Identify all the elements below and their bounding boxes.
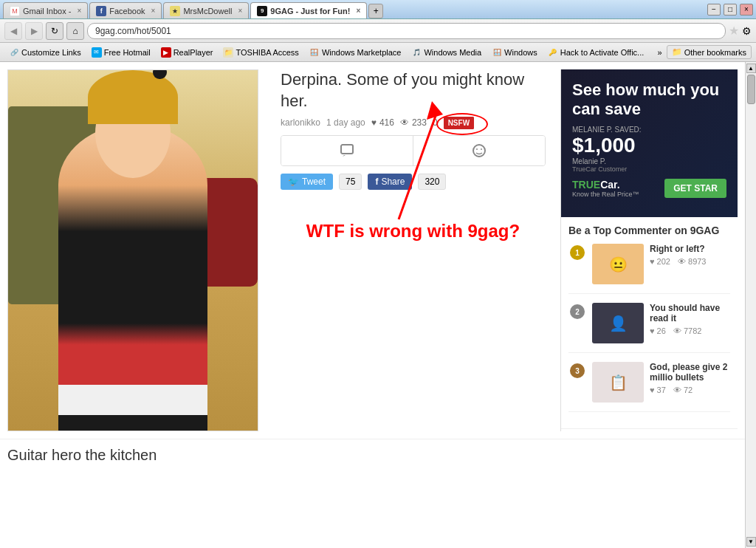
guitar-hero-title: Guitar hero the kitchen — [7, 447, 738, 464]
maximize-button[interactable]: □ — [724, 4, 737, 16]
folder-icon: 📁 — [672, 47, 682, 57]
rank-badge-1: 1 — [568, 244, 586, 273]
ad-customer-name: Melanie P. — [572, 157, 726, 165]
bookmark-star-button[interactable]: ★ — [729, 24, 739, 38]
bookmark-windows[interactable]: 🪟 Windows — [487, 46, 542, 59]
post-image-container — [7, 69, 266, 431]
tab-gmail-close[interactable]: × — [77, 7, 81, 15]
tab-gmail[interactable]: M Gmail Inbox - × — [3, 2, 88, 18]
comment-stats-2: ♥ 26 👁 7782 — [650, 326, 730, 335]
truecar-label: TRUECar. — [572, 179, 620, 191]
facebook-tab-icon: f — [96, 6, 106, 16]
views-icon-3: 👁 — [673, 386, 681, 394]
rank-number-2: 2 — [570, 304, 585, 319]
address-text: 9gag.com/hot/5001 — [95, 26, 718, 36]
upvote-icon-2: ♥ — [650, 326, 655, 335]
bookmark-windows-media-label: Windows Media — [424, 48, 481, 57]
ad-banner[interactable]: See how much you can save MELANIE P. SAV… — [561, 69, 738, 217]
comment-thumb-3: 📋 — [592, 362, 644, 403]
tab-9gag-close[interactable]: × — [356, 7, 360, 15]
hotmail-icon: ✉ — [92, 47, 102, 58]
top-commenter-title: Be a Top Commenter on 9GAG — [568, 225, 730, 236]
mrsmcdowell-tab-icon: ★ — [170, 6, 180, 16]
windows-marketplace-icon: 🪟 — [309, 47, 320, 58]
content-area: Derpina. Some of you might know her. kar… — [0, 62, 745, 548]
new-tab-button[interactable]: + — [368, 4, 383, 18]
comment-title-1: Right or left? — [650, 244, 730, 254]
tab-mrsmcdowell[interactable]: ★ MrsMcDowell × — [163, 2, 249, 18]
bookmark-windows-marketplace[interactable]: 🪟 Windows Marketplace — [305, 46, 406, 59]
minimize-button[interactable]: − — [707, 4, 721, 16]
bookmark-windows-media[interactable]: 🎵 Windows Media — [407, 46, 486, 59]
bookmark-hack-label: Hack to Activate Offic... — [560, 48, 645, 57]
scroll-down-button[interactable]: ▼ — [746, 537, 756, 547]
back-button[interactable]: ◀ — [4, 22, 22, 40]
rank-badge-2: 2 — [568, 303, 586, 332]
tab-mrsmcdowell-label: MrsMcDowell — [183, 7, 232, 16]
scrollbar[interactable]: ▲ ▼ — [745, 62, 756, 548]
tab-mrsmcdowell-close[interactable]: × — [238, 7, 242, 15]
rank-number-3: 3 — [570, 363, 585, 378]
tab-9gag[interactable]: 9 9GAG - Just for Fun! × — [250, 2, 367, 18]
home-button[interactable]: ⌂ — [66, 22, 84, 40]
tab-facebook-close[interactable]: × — [151, 7, 156, 15]
ad-footer: TRUECar. Know the Real Price™ GET STAR — [572, 179, 726, 198]
windows-icon: 🪟 — [492, 47, 502, 58]
get-started-button[interactable]: GET STAR — [664, 179, 726, 198]
comment-title-2: You should have read it — [650, 303, 730, 323]
bookmark-hotmail[interactable]: ✉ Free Hotmail — [87, 46, 155, 59]
ad-headline: See how much you can save — [572, 81, 726, 120]
tab-facebook[interactable]: f Facebook × — [89, 2, 162, 18]
main-area: Derpina. Some of you might know her. kar… — [0, 62, 756, 548]
bookmark-hotmail-label: Free Hotmail — [104, 48, 151, 57]
bookmark-hack[interactable]: 🔑 Hack to Activate Offic... — [543, 46, 649, 59]
bookmark-windows-label: Windows — [504, 48, 537, 57]
address-bar[interactable]: 9gag.com/hot/5001 — [87, 23, 726, 39]
ad-customer-label: MELANIE P. SAVED: — [572, 126, 726, 134]
close-button[interactable]: × — [740, 4, 753, 16]
post-image — [7, 69, 258, 431]
scroll-thumb[interactable] — [747, 75, 755, 104]
reload-button[interactable]: ↻ — [46, 22, 63, 40]
sidebar: See how much you can save MELANIE P. SAV… — [560, 69, 738, 431]
arrow-annotation — [340, 86, 487, 234]
bookmark-realplayer[interactable]: ▶ RealPlayer — [157, 46, 218, 59]
comment-item-3[interactable]: 3 📋 God, please give 2 millio bullets ♥ … — [568, 362, 730, 412]
comment-upvotes-3: ♥ 37 — [650, 386, 666, 394]
hack-icon: 🔑 — [548, 47, 558, 58]
bookmark-realplayer-label: RealPlayer — [173, 48, 213, 57]
upvote-icon-3: ♥ — [650, 386, 655, 394]
other-bookmarks-label: Other bookmarks — [684, 48, 746, 57]
tab-facebook-label: Facebook — [109, 7, 145, 16]
bookmark-toshiba-label: TOSHIBA Access — [236, 48, 298, 57]
truecar-tagline: Know the Real Price™ — [572, 191, 639, 198]
views-icon-1: 👁 — [678, 257, 686, 266]
top-commenter-section: Be a Top Commenter on 9GAG 1 😐 Right or … — [561, 217, 738, 429]
settings-wrench-button[interactable]: ⚙ — [742, 25, 752, 37]
other-bookmarks-folder[interactable]: 📁 Other bookmarks — [667, 45, 752, 59]
comment-stats-3: ♥ 37 👁 72 — [650, 386, 730, 394]
comment-item-1[interactable]: 1 😐 Right or left? ♥ 202 — [568, 244, 730, 294]
svg-line-4 — [399, 116, 436, 219]
customize-links-icon: 🔗 — [9, 47, 19, 58]
gmail-tab-icon: M — [10, 6, 20, 16]
twitter-icon: 🐦 — [288, 177, 299, 187]
toshiba-icon: 📁 — [223, 47, 233, 58]
comment-info-1: Right or left? ♥ 202 👁 8973 — [650, 244, 730, 284]
views-icon-2: 👁 — [673, 326, 681, 335]
forward-button[interactable]: ▶ — [25, 22, 43, 40]
rank-badge-3: 3 — [568, 362, 586, 391]
bookmarks-overflow-button[interactable]: » — [655, 48, 665, 57]
bookmark-customize-links-label: Customize Links — [21, 48, 81, 57]
comment-views-3: 👁 72 — [673, 386, 693, 394]
comment-item-2[interactable]: 2 👤 You should have read it ♥ 26 — [568, 303, 730, 353]
post-author: karlonikko — [281, 117, 320, 128]
9gag-tab-icon: 9 — [257, 6, 267, 16]
tweet-button[interactable]: 🐦 Tweet — [281, 174, 333, 190]
bookmark-toshiba[interactable]: 📁 TOSHIBA Access — [219, 46, 303, 59]
bookmark-customize-links[interactable]: 🔗 Customize Links — [4, 46, 86, 59]
scroll-up-button[interactable]: ▲ — [746, 64, 756, 73]
comment-thumb-2: 👤 — [592, 303, 644, 343]
ad-savings: MELANIE P. SAVED: $1,000 Melanie P. True… — [572, 126, 726, 173]
comment-views-2: 👁 7782 — [673, 326, 702, 335]
